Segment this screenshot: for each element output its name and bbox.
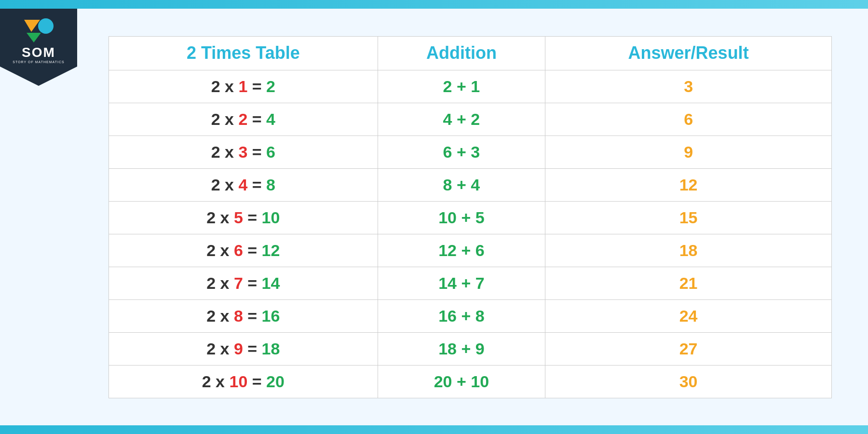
table-row: 2 x 4 = 88 + 412 xyxy=(109,168,832,201)
table-row: 2 x 3 = 66 + 39 xyxy=(109,136,832,168)
header-answer-result: Answer/Result xyxy=(545,36,832,70)
cell-addition: 6 + 3 xyxy=(378,136,545,168)
table-row: 2 x 6 = 1212 + 618 xyxy=(109,234,832,267)
table-row: 2 x 2 = 44 + 26 xyxy=(109,103,832,136)
cell-result: 30 xyxy=(545,365,832,398)
cell-result: 27 xyxy=(545,332,832,365)
cell-result: 3 xyxy=(545,70,832,103)
main-content: 2 Times Table Addition Answer/Result 2 x… xyxy=(92,14,849,420)
table-header-row: 2 Times Table Addition Answer/Result xyxy=(109,36,832,70)
cell-multiplication: 2 x 10 = 20 xyxy=(109,365,378,398)
cell-addition: 14 + 7 xyxy=(378,267,545,299)
cell-result: 9 xyxy=(545,136,832,168)
cell-addition: 8 + 4 xyxy=(378,168,545,201)
table-row: 2 x 7 = 1414 + 721 xyxy=(109,267,832,299)
table-row: 2 x 1 = 22 + 13 xyxy=(109,70,832,103)
logo-subtext: STORY OF MATHEMATICS xyxy=(13,60,64,64)
cell-result: 12 xyxy=(545,168,832,201)
cell-addition: 10 + 5 xyxy=(378,201,545,234)
top-bar xyxy=(0,0,868,9)
bottom-bar xyxy=(0,425,868,434)
svg-marker-0 xyxy=(24,20,40,32)
table-row: 2 x 9 = 1818 + 927 xyxy=(109,332,832,365)
table-row: 2 x 5 = 1010 + 515 xyxy=(109,201,832,234)
svg-point-1 xyxy=(38,18,54,34)
cell-multiplication: 2 x 2 = 4 xyxy=(109,103,378,136)
logo-text: SOM xyxy=(22,46,55,59)
cell-multiplication: 2 x 4 = 8 xyxy=(109,168,378,201)
cell-addition: 20 + 10 xyxy=(378,365,545,398)
cell-multiplication: 2 x 3 = 6 xyxy=(109,136,378,168)
table-row: 2 x 8 = 1616 + 824 xyxy=(109,299,832,332)
cell-multiplication: 2 x 1 = 2 xyxy=(109,70,378,103)
cell-multiplication: 2 x 7 = 14 xyxy=(109,267,378,299)
svg-marker-2 xyxy=(27,33,41,42)
cell-addition: 16 + 8 xyxy=(378,299,545,332)
cell-result: 21 xyxy=(545,267,832,299)
cell-result: 6 xyxy=(545,103,832,136)
times-table: 2 Times Table Addition Answer/Result 2 x… xyxy=(108,36,832,398)
cell-multiplication: 2 x 9 = 18 xyxy=(109,332,378,365)
header-times-table: 2 Times Table xyxy=(109,36,378,70)
logo-container: SOM STORY OF MATHEMATICS xyxy=(0,9,77,86)
table-row: 2 x 10 = 2020 + 1030 xyxy=(109,365,832,398)
cell-addition: 12 + 6 xyxy=(378,234,545,267)
cell-multiplication: 2 x 5 = 10 xyxy=(109,201,378,234)
header-addition: Addition xyxy=(378,36,545,70)
cell-addition: 18 + 9 xyxy=(378,332,545,365)
cell-result: 18 xyxy=(545,234,832,267)
logo-icon xyxy=(22,17,55,44)
cell-multiplication: 2 x 6 = 12 xyxy=(109,234,378,267)
cell-addition: 2 + 1 xyxy=(378,70,545,103)
cell-result: 15 xyxy=(545,201,832,234)
cell-multiplication: 2 x 8 = 16 xyxy=(109,299,378,332)
cell-result: 24 xyxy=(545,299,832,332)
cell-addition: 4 + 2 xyxy=(378,103,545,136)
